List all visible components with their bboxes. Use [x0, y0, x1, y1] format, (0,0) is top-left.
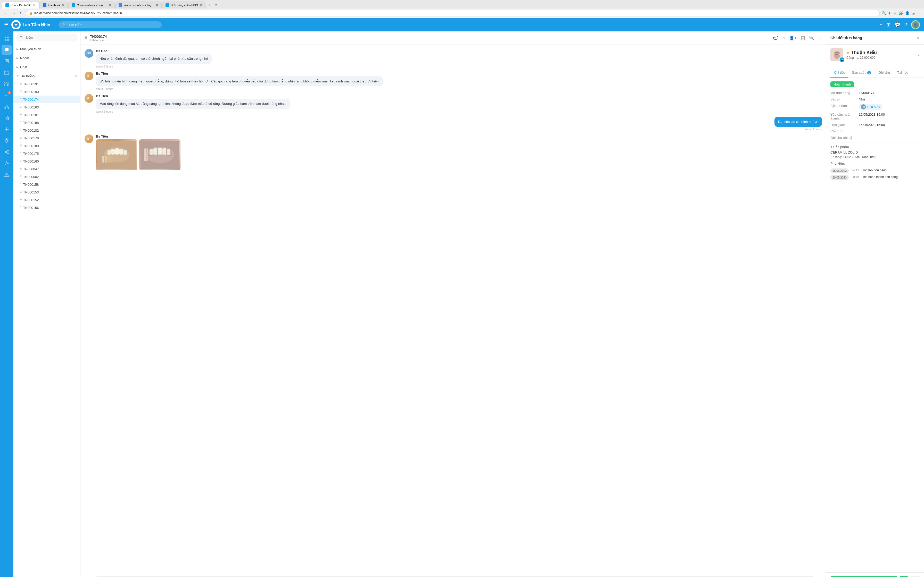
channel-item-TN000175[interactable]: # TN000175 — [13, 150, 80, 157]
channel-group-favorites-header[interactable]: ▶ Mục yêu thích — [13, 45, 80, 53]
sidebar-icon-warning[interactable] — [2, 169, 12, 180]
channel-item-TN000191[interactable]: # TN000191 — [13, 80, 80, 88]
tab-list-button[interactable]: ≡ — [213, 2, 219, 8]
tab-facebook[interactable]: Facebook ✕ — [39, 2, 68, 8]
tab-close-btn[interactable]: ✕ — [33, 3, 36, 7]
channel-group-system-header[interactable]: ▼ Hệ thống ▽ — [13, 72, 80, 80]
tab-conversations[interactable]: Conversations - DentalSO ✕ — [68, 2, 115, 8]
extensions-icon[interactable]: 🧩 — [899, 11, 903, 15]
right-panel-title: Chi tiết đơn hàng — [830, 35, 862, 40]
sidebar-icon-calendar[interactable] — [2, 68, 12, 78]
svg-rect-39 — [111, 149, 115, 155]
timeline-date-1: 15/05/2023 — [830, 168, 849, 173]
channel-group-groups-header[interactable]: ▶ Nhóm — [13, 54, 80, 62]
back-button[interactable]: ← — [3, 10, 9, 16]
channel-item-TN000152[interactable]: # TN000152 — [13, 196, 80, 204]
channel-item-TN000178[interactable]: # TN000178 — [13, 134, 80, 142]
close-panel-button[interactable]: ✕ — [916, 35, 920, 41]
cloud-icon[interactable]: ☁ — [912, 11, 915, 15]
channel-label: TN000180 — [23, 144, 39, 148]
help-button[interactable]: ? — [905, 22, 907, 27]
sidebar-icon-tool[interactable] — [2, 124, 12, 134]
designation-row: Chỉ định: — [830, 129, 920, 133]
tab-chat-dentalso[interactable]: Chat - DentalSO ✕ — [2, 2, 39, 8]
forward-button[interactable]: → — [11, 10, 16, 16]
more-icon[interactable]: ⋮ — [818, 35, 822, 40]
channel-item-TN000163[interactable]: # TN000163 — [13, 103, 80, 111]
message-button[interactable]: 💬 — [895, 22, 900, 27]
tab-close-btn[interactable]: ✕ — [200, 3, 202, 7]
channel-item-TN000182[interactable]: # TN000182 — [13, 126, 80, 134]
patient-row: Bệnh nhân: HK Hoa Kiều — [830, 104, 920, 110]
client-header: THUẬN KIỀU 📷 ★ Thuận Kiều Công nợ: 22,00… — [830, 48, 920, 61]
sidebar-icon-network[interactable] — [2, 102, 12, 112]
sidebar-icon-location[interactable] — [2, 135, 12, 146]
menu-icon[interactable]: ⋮ — [917, 11, 921, 15]
channel-item-TN000002[interactable]: # TN000002 — [13, 173, 80, 181]
channel-item-TN000160[interactable]: # TN000160 — [13, 157, 80, 165]
channel-item-TN000187[interactable]: # TN000187 — [13, 111, 80, 119]
more-button[interactable]: ⋯ — [910, 576, 920, 577]
channel-item-TN000047[interactable]: # TN000047 — [13, 165, 80, 173]
channel-search-input[interactable] — [16, 34, 77, 41]
patient-badge[interactable]: HK Hoa Kiều — [859, 104, 882, 110]
tab-orders[interactable]: Đơn hàng - DentalSO ✕ — [162, 2, 205, 8]
tab-google[interactable]: vision dental clinic logo - Goo... ✕ — [115, 2, 162, 8]
sidebar-icon-settings[interactable] — [2, 158, 12, 168]
print-delivery-button[interactable]: 🖨 Phiếu giao hàng — [830, 576, 897, 577]
channel-item-TN000188[interactable]: # TN000188 — [13, 119, 80, 126]
tab-san-xuat[interactable]: Sản xuất 1 — [848, 68, 875, 77]
sidebar-icon-building[interactable] — [2, 113, 12, 123]
sidebar-icon-connect[interactable] — [2, 147, 12, 157]
channel-item-TN000156[interactable]: # TN000156 — [13, 204, 80, 211]
tab-tai-lieu[interactable]: Tài liệu — [893, 68, 912, 77]
channel-group-chat-header[interactable]: ▶ Chat — [13, 63, 80, 71]
sidebar-icon-tasks[interactable]: 3 — [2, 90, 12, 100]
message-bubble-2: BN hơi hô nên hình dáng mặt ngoài phẳng,… — [96, 76, 383, 87]
channel-item-TN000190[interactable]: # TN000190 — [13, 88, 80, 95]
hash-icon: # — [19, 128, 22, 132]
add-button[interactable]: + — [879, 22, 882, 28]
more-options-button[interactable]: ⋯ — [912, 53, 915, 56]
channel-label: TN000188 — [23, 121, 39, 125]
hash-icon: # — [19, 82, 22, 86]
tab-close-btn[interactable]: ✕ — [62, 3, 65, 7]
chat-bubble-icon[interactable]: 💬 — [773, 35, 778, 40]
url-bar[interactable]: 🔒 lab.dentalso.com/tn/conversations/64a4… — [26, 10, 880, 16]
zoom-icon[interactable]: 🔍 — [882, 11, 886, 15]
dental-image-2[interactable] — [139, 139, 181, 170]
channel-item-TN000174[interactable]: # TN000174 — [13, 95, 80, 103]
download-icon[interactable]: ⬇ — [888, 11, 891, 15]
new-tab-button[interactable]: + — [206, 2, 212, 8]
tab-close-btn[interactable]: ✕ — [156, 3, 158, 7]
product-count: 1 Sản phẩm — [830, 145, 920, 149]
star-icon[interactable]: ☆ — [782, 35, 785, 40]
camera-icon[interactable]: 📷 — [840, 58, 844, 62]
sidebar-icon-dashboard[interactable] — [2, 34, 12, 44]
collapse-button[interactable]: ∨ — [917, 53, 920, 56]
tab-ghi-chu[interactable]: Ghi chú — [875, 68, 893, 77]
tab-close-btn[interactable]: ✕ — [109, 3, 111, 7]
reload-button[interactable]: ↻ — [19, 10, 24, 16]
user-avatar[interactable]: 👤 — [911, 20, 920, 29]
add-member-icon[interactable]: 👤+ — [789, 35, 796, 40]
search-icon[interactable]: 🔍 — [809, 35, 814, 40]
channel-item-TN000180[interactable]: # TN000180 — [13, 142, 80, 150]
hamburger-button[interactable]: ☰ — [4, 22, 8, 27]
filter-icon[interactable]: ▽ — [75, 74, 77, 78]
delivery-dropdown-button[interactable]: ∨ — [900, 576, 908, 577]
profile-icon[interactable]: 👤 — [905, 11, 909, 15]
timeline-time-1: 14:41 — [851, 168, 859, 172]
grid-button[interactable]: ⊞ — [887, 22, 890, 27]
svg-point-18 — [6, 105, 7, 106]
dental-image-1[interactable] — [96, 139, 137, 170]
channel-item-TN000153[interactable]: # TN000153 — [13, 188, 80, 196]
document-icon[interactable]: 📋 — [800, 35, 805, 40]
search-bar[interactable]: 🔍 Tìm kiếm — [58, 21, 162, 28]
channel-item-TN000158[interactable]: # TN000158 — [13, 181, 80, 188]
star-icon[interactable]: ☆ — [893, 11, 897, 15]
tab-chi-tiet[interactable]: Chi tiết — [830, 68, 848, 77]
sidebar-icon-analytics[interactable] — [2, 79, 12, 89]
sidebar-icon-orders[interactable] — [2, 56, 12, 66]
sidebar-icon-chat[interactable] — [2, 45, 12, 55]
